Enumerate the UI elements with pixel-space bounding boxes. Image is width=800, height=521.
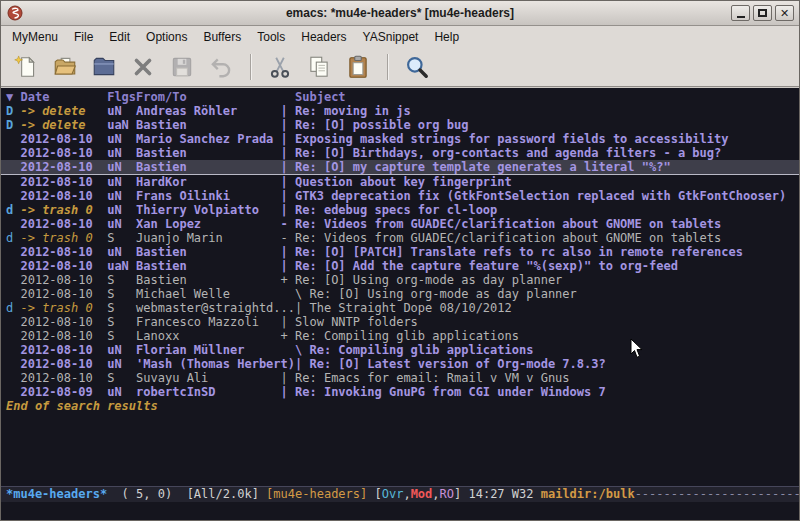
message-row[interactable]: 2012-08-10 S Michael Welle \ Re: [O] Usi… [1,287,799,301]
msg-mark [6,385,20,399]
message-row[interactable]: D -> delete uN Andreas Röhler | Re: movi… [1,104,799,118]
cut-icon [267,54,293,80]
msg-subject: Re: [O] Add the capture feature "%(sexp)… [295,259,678,273]
msg-thread-separator: | [281,385,295,399]
message-row[interactable]: 2012-08-10 S Bastien + Re: [O] Using org… [1,273,799,287]
msg-from: Mario Sanchez Prada [136,132,281,146]
msg-mark: d [6,301,20,315]
copy-button[interactable] [306,54,332,80]
message-row[interactable]: d -> trash 0 S Juanjo Marin - Re: Videos… [1,231,799,245]
msg-flags: uN [107,245,136,259]
msg-thread-separator: + [281,329,295,343]
msg-flags: uaN [107,118,136,132]
message-row[interactable]: 2012-08-10 uN Xan Lopez - Re: Videos fro… [1,217,799,231]
msg-flags: uN [107,160,136,174]
msg-mark: D [6,104,20,118]
search-button[interactable] [404,54,430,80]
header-col-flags[interactable]: Flgs [107,90,136,104]
msg-flags: uN [107,343,136,357]
message-row[interactable]: 2012-08-09 uN robertcInSD | Re: Invoking… [1,385,799,399]
menu-mymenu[interactable]: MyMenu [4,27,66,47]
menu-edit[interactable]: Edit [101,27,138,47]
menu-help[interactable]: Help [426,27,467,47]
message-row[interactable]: 2012-08-10 S Lanoxx + Re: Compiling glib… [1,329,799,343]
header-col-date[interactable]: Date [20,90,107,104]
close-button[interactable]: ✕ [775,5,794,21]
message-row[interactable]: D -> delete uaN Bastien | Re: [O] possib… [1,118,799,132]
message-row[interactable]: 2012-08-10 uN 'Mash (Thomas Herbert)| Re… [1,357,799,371]
msg-subject: Re: moving in js [295,104,411,118]
msg-date: 2012-08-10 [20,146,107,160]
kill-buffer-button[interactable] [130,54,156,80]
toolbar-separator [250,54,251,80]
menu-headers[interactable]: Headers [293,27,354,47]
msg-thread-separator: | [281,104,295,118]
msg-flags: S [107,371,136,385]
open-file-icon [52,54,78,80]
msg-thread-separator: - [281,231,295,245]
maximize-button[interactable] [753,5,772,21]
titlebar[interactable]: emacs: *mu4e-headers* [mu4e-headers] ✕ [1,1,799,26]
msg-mark-target: -> trash 0 [20,231,107,245]
modeline-plain: 14:27 W32 [468,487,540,501]
message-row[interactable]: 2012-08-10 uaN Bastien | Re: [O] Add the… [1,259,799,273]
msg-subject: Re: [O] Using org-mode as day planner [309,287,576,301]
save-buffer-button [169,54,195,80]
minimize-button[interactable] [731,5,750,21]
modeline-folder: maildir:/bulk [541,487,635,501]
menu-yasnippet[interactable]: YASnippet [355,27,427,47]
message-row[interactable]: 2012-08-10 uN Florian Müllner \ Re: Comp… [1,343,799,357]
msg-date: 2012-08-10 [20,245,107,259]
menu-file[interactable]: File [66,27,101,47]
message-row[interactable]: 2012-08-10 uN Bastien | Re: [O] Birthday… [1,146,799,160]
message-row[interactable]: 2012-08-10 uN Frans Oilinki | GTK3 depre… [1,189,799,203]
message-row[interactable]: d -> trash 0 S webmaster@straightd...| T… [1,301,799,315]
msg-thread-separator: | [295,301,309,315]
msg-thread-separator: | [281,132,295,146]
msg-mark [6,357,20,371]
header-col-from[interactable]: From/To [136,90,281,104]
paste-button[interactable] [345,54,371,80]
msg-date: 2012-08-10 [20,287,107,301]
msg-date: 2012-08-10 [20,357,107,371]
sort-direction-icon: ▼ [6,90,20,104]
msg-mark [6,287,20,301]
msg-date: 2012-08-10 [20,343,107,357]
dired-button[interactable] [91,54,117,80]
end-of-results-label: End of search results [1,399,799,413]
header-col-subject[interactable]: Subject [295,90,346,104]
msg-from: Bastien [136,146,281,160]
message-row[interactable]: 2012-08-10 uN Bastien | Re: [O] [PATCH] … [1,245,799,259]
menu-buffers[interactable]: Buffers [195,27,249,47]
message-row[interactable]: 2012-08-10 S Suvayu Ali | Re: Emacs for … [1,371,799,385]
msg-thread-separator: | [281,371,295,385]
cut-button[interactable] [267,54,293,80]
toolbar-separator [387,54,388,80]
message-row[interactable]: 2012-08-10 uN Bastien | Re: [O] my captu… [1,160,799,175]
msg-date: 2012-08-10 [20,315,107,329]
msg-mark [6,175,20,189]
msg-flags: S [107,273,136,287]
msg-from: HardKor [136,175,281,189]
msg-subject: Re: Invoking GnuPG from CGI under Window… [295,385,606,399]
new-file-button[interactable] [13,54,39,80]
msg-mark-target: -> delete [20,118,107,132]
minimize-icon [737,16,745,18]
msg-from: Bastien [136,245,281,259]
minibuffer-echo-area[interactable] [1,502,799,520]
message-row[interactable]: 2012-08-10 uN Mario Sanchez Prada | Expo… [1,132,799,146]
msg-date: 2012-08-09 [20,385,107,399]
msg-from: Florian Müllner [136,343,281,357]
message-row[interactable]: 2012-08-10 S Francesco Mazzoli | Slow NN… [1,315,799,329]
msg-thread-separator: \ [281,343,310,357]
menubar: MyMenuFileEditOptionsBuffersToolsHeaders… [1,26,799,47]
modeline-plain: ( 5, 0) [All/2.0k] [107,487,266,501]
header-line[interactable]: ▼ Date FlgsFrom/To Subject [1,88,799,104]
message-row[interactable]: d -> trash 0 uN Thierry Volpiatto | Re: … [1,203,799,217]
menu-tools[interactable]: Tools [249,27,293,47]
toolbar [1,47,799,87]
open-file-button[interactable] [52,54,78,80]
msg-flags: uaN [107,259,136,273]
menu-options[interactable]: Options [138,27,195,47]
message-row[interactable]: 2012-08-10 uN HardKor | Question about k… [1,175,799,189]
